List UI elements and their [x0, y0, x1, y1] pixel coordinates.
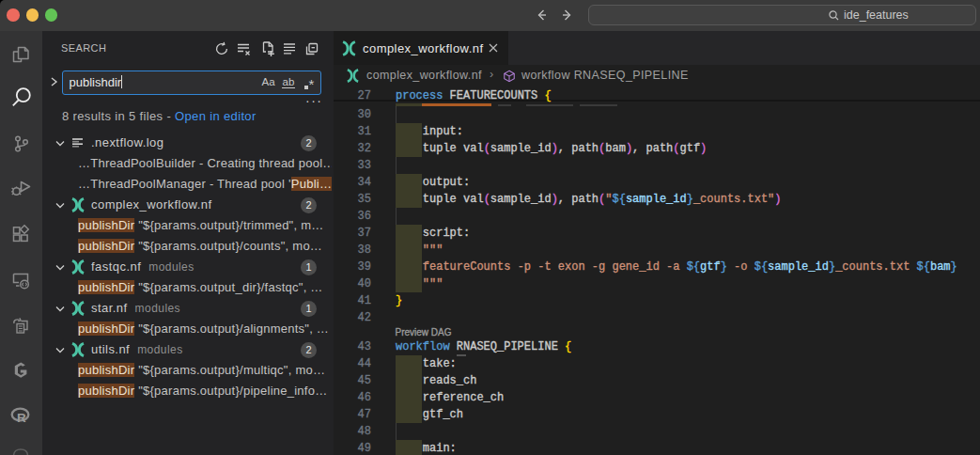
svg-text:R: R	[17, 411, 26, 425]
